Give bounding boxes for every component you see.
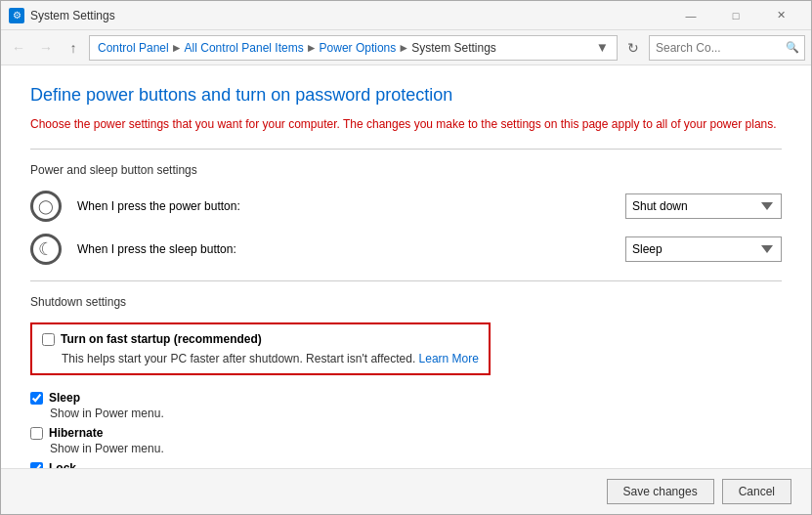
breadcrumb-current: System Settings: [411, 41, 496, 55]
hibernate-label[interactable]: Hibernate: [49, 426, 103, 440]
sleep-label[interactable]: Sleep: [49, 391, 80, 405]
page-description: Choose the power settings that you want …: [30, 115, 782, 133]
divider-1: [30, 149, 782, 150]
address-bar: ← → ↑ Control Panel ► All Control Panel …: [1, 30, 811, 65]
back-button[interactable]: ←: [7, 36, 30, 60]
breadcrumb-power-options[interactable]: Power Options: [320, 41, 397, 55]
breadcrumb-all-items[interactable]: All Control Panel Items: [185, 41, 304, 55]
sleep-icon: ☾: [30, 234, 62, 265]
sleep-button-select[interactable]: Do nothing Sleep Hibernate Shut down Tur…: [625, 236, 782, 262]
fast-startup-checkbox[interactable]: [42, 333, 55, 346]
search-input[interactable]: [649, 35, 805, 61]
shutdown-section: Shutdown settings Turn on fast startup (…: [30, 295, 782, 468]
sleep-row: Sleep: [30, 391, 782, 405]
lock-row: Lock: [30, 461, 782, 468]
breadcrumb-control-panel[interactable]: Control Panel: [98, 41, 169, 55]
breadcrumb-sep-3: ►: [398, 41, 409, 55]
hibernate-checkbox[interactable]: [30, 427, 43, 440]
content-area: Define power buttons and turn on passwor…: [1, 65, 811, 468]
up-button[interactable]: ↑: [62, 36, 85, 60]
fast-startup-box: Turn on fast startup (recommended) This …: [30, 322, 491, 375]
section2-title: Shutdown settings: [30, 295, 782, 309]
hibernate-row: Hibernate: [30, 426, 782, 440]
sleep-checkbox[interactable]: [30, 392, 43, 405]
sleep-desc: Show in Power menu.: [50, 407, 782, 420]
minimize-button[interactable]: —: [668, 1, 713, 30]
close-button[interactable]: ✕: [758, 1, 803, 30]
hibernate-desc: Show in Power menu.: [50, 442, 782, 455]
section1-title: Power and sleep button settings: [30, 163, 782, 177]
lock-label[interactable]: Lock: [49, 461, 76, 468]
power-button-row: ◯ When I press the power button: Do noth…: [30, 191, 782, 222]
breadcrumb-dropdown-button[interactable]: ▼: [596, 40, 609, 55]
fast-startup-desc: This helps start your PC faster after sh…: [62, 352, 479, 365]
sleep-button-label: When I press the sleep button:: [77, 242, 610, 256]
breadcrumb-sep-2: ►: [306, 41, 318, 55]
divider-2: [30, 280, 782, 281]
cancel-button[interactable]: Cancel: [722, 479, 791, 504]
power-icon: ◯: [30, 191, 62, 222]
breadcrumb-sep-1: ►: [171, 41, 183, 55]
power-button-select[interactable]: Do nothing Sleep Hibernate Shut down Tur…: [625, 193, 782, 219]
forward-button[interactable]: →: [34, 36, 58, 60]
title-bar: ⚙ System Settings — □ ✕: [1, 1, 811, 30]
title-bar-left: ⚙ System Settings: [9, 8, 115, 23]
maximize-button[interactable]: □: [713, 1, 758, 30]
power-button-label: When I press the power button:: [77, 199, 610, 213]
footer: Save changes Cancel: [1, 468, 811, 514]
main-content: Define power buttons and turn on passwor…: [1, 65, 811, 468]
window-icon: ⚙: [9, 8, 24, 23]
button-settings: ◯ When I press the power button: Do noth…: [30, 191, 782, 265]
shutdown-items: Turn on fast startup (recommended) This …: [30, 322, 782, 468]
fast-startup-label[interactable]: Turn on fast startup (recommended): [61, 332, 262, 346]
search-wrapper: [649, 35, 805, 61]
breadcrumb: Control Panel ► All Control Panel Items …: [89, 35, 618, 61]
learn-more-link[interactable]: Learn More: [419, 352, 479, 365]
window-controls: — □ ✕: [668, 1, 803, 30]
window: ⚙ System Settings — □ ✕ ← → ↑ Control Pa…: [0, 0, 812, 515]
fast-startup-row: Turn on fast startup (recommended): [42, 332, 479, 346]
window-title: System Settings: [30, 9, 115, 22]
sleep-button-row: ☾ When I press the sleep button: Do noth…: [30, 234, 782, 265]
save-changes-button[interactable]: Save changes: [607, 479, 714, 504]
refresh-button[interactable]: ↻: [621, 36, 645, 60]
page-title: Define power buttons and turn on passwor…: [30, 85, 782, 106]
